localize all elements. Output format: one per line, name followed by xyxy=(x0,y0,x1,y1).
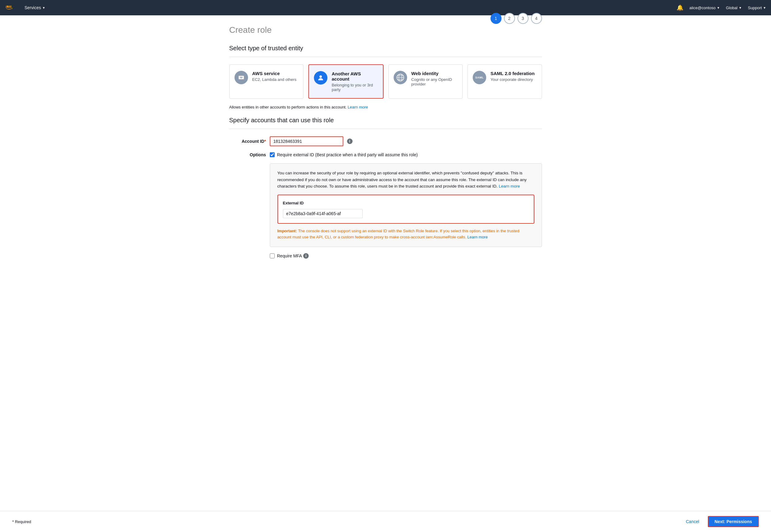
svg-rect-3 xyxy=(240,78,242,78)
support-menu[interactable]: Support ▼ xyxy=(748,6,766,10)
step-4[interactable]: 4 xyxy=(531,13,542,24)
step-1[interactable]: 1 xyxy=(491,13,502,24)
external-id-label: External ID xyxy=(283,200,529,207)
services-chevron-icon: ▼ xyxy=(42,6,45,9)
page-title: Create role xyxy=(229,25,272,35)
navbar-right: 🔔 alice@contoso ▼ Global ▼ Support ▼ xyxy=(677,4,766,11)
entity-card-saml[interactable]: SAML SAML 2.0 federation Your corporate … xyxy=(468,64,542,99)
learn-more-link-1[interactable]: Learn more xyxy=(347,105,368,109)
account-id-info-icon[interactable]: i xyxy=(347,139,352,144)
support-chevron-icon: ▼ xyxy=(763,6,766,9)
saml-subtitle: Your corporate directory xyxy=(491,77,535,82)
navbar: Services ▼ 🔔 alice@contoso ▼ Global ▼ Su… xyxy=(0,0,771,15)
user-chevron-icon: ▼ xyxy=(717,6,720,9)
mfa-info-icon[interactable]: i xyxy=(303,253,309,259)
aws-logo[interactable] xyxy=(5,4,17,12)
external-id-box: External ID xyxy=(277,195,534,224)
learn-more-link-2[interactable]: Learn more xyxy=(499,184,520,188)
require-external-id-checkbox[interactable] xyxy=(270,152,275,157)
info-box-text: You can increase the security of your ro… xyxy=(277,171,527,188)
step-2[interactable]: 2 xyxy=(504,13,515,24)
another-account-subtitle: Belonging to you or 3rd party xyxy=(332,83,378,92)
bell-icon[interactable]: 🔔 xyxy=(677,4,683,11)
svg-rect-2 xyxy=(240,77,243,78)
divider-1 xyxy=(229,57,542,57)
saml-text: SAML 2.0 federation Your corporate direc… xyxy=(491,71,535,82)
account-id-input[interactable] xyxy=(270,136,343,146)
region-menu[interactable]: Global ▼ xyxy=(726,6,742,10)
aws-service-icon xyxy=(234,71,248,84)
saml-title: SAML 2.0 federation xyxy=(491,71,535,76)
aws-service-title: AWS service xyxy=(252,71,297,76)
mfa-row: Require MFA i xyxy=(270,253,542,259)
support-label: Support xyxy=(748,6,762,10)
account-id-row: Account ID* i xyxy=(229,136,542,146)
entity-card-aws-service[interactable]: AWS service EC2, Lambda and others xyxy=(229,64,304,99)
section2-header: Specify accounts that can use this role xyxy=(229,117,542,124)
divider-2 xyxy=(229,129,542,129)
require-mfa-checkbox[interactable] xyxy=(270,253,275,258)
learn-more-link-3[interactable]: Learn more xyxy=(467,235,488,239)
entity-info-text: Allows entities in other accounts to per… xyxy=(229,105,542,109)
external-id-input[interactable] xyxy=(283,209,363,218)
entity-type-cards: AWS service EC2, Lambda and others Anoth… xyxy=(229,64,542,99)
mfa-label: Require MFA i xyxy=(277,253,309,259)
services-label: Services xyxy=(25,5,41,10)
aws-service-subtitle: EC2, Lambda and others xyxy=(252,77,297,82)
external-id-info-box: You can increase the security of your ro… xyxy=(270,163,542,247)
region-chevron-icon: ▼ xyxy=(739,6,742,9)
saml-icon: SAML xyxy=(473,71,486,84)
web-identity-text: Web identity Cognito or any OpenID provi… xyxy=(412,71,458,86)
web-identity-icon xyxy=(394,71,407,84)
main-content: Create role 1 2 3 4 Select type of trust… xyxy=(217,15,554,293)
svg-point-4 xyxy=(319,75,322,78)
require-external-id-label: Require external ID (Best practice when … xyxy=(277,152,418,157)
entity-card-another-aws-account[interactable]: Another AWS account Belonging to you or … xyxy=(308,64,383,99)
another-account-icon xyxy=(314,71,327,85)
important-prefix: Important: xyxy=(277,229,297,233)
web-identity-subtitle: Cognito or any OpenID provider xyxy=(412,77,458,86)
section1-header: Select type of trusted entity xyxy=(229,45,542,52)
another-account-title: Another AWS account xyxy=(332,71,378,82)
important-warning: Important: The console does not support … xyxy=(277,228,534,241)
user-menu[interactable]: alice@contoso ▼ xyxy=(689,6,720,10)
services-menu[interactable]: Services ▼ xyxy=(25,5,45,10)
region-label: Global xyxy=(726,6,738,10)
account-id-label: Account ID* xyxy=(229,139,266,144)
entity-card-web-identity[interactable]: Web identity Cognito or any OpenID provi… xyxy=(389,64,463,99)
options-row: Options Require external ID (Best practi… xyxy=(229,152,542,157)
step-3[interactable]: 3 xyxy=(518,13,529,24)
step-progress: 1 2 3 4 xyxy=(491,13,542,24)
another-account-text: Another AWS account Belonging to you or … xyxy=(332,71,378,92)
options-label: Options xyxy=(229,152,266,157)
require-external-id-option[interactable]: Require external ID (Best practice when … xyxy=(270,152,418,157)
aws-service-text: AWS service EC2, Lambda and others xyxy=(252,71,297,82)
web-identity-title: Web identity xyxy=(412,71,458,76)
user-label: alice@contoso xyxy=(689,6,716,10)
